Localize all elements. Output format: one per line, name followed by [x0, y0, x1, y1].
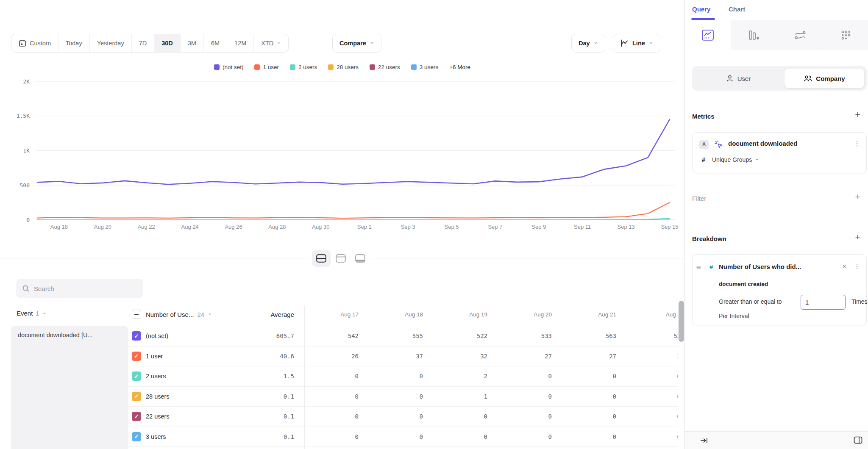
- cell-value: 32: [426, 353, 490, 360]
- panel-toggle-icon[interactable]: [854, 436, 862, 444]
- line-chart-icon: [620, 39, 629, 47]
- close-icon[interactable]: ✕: [842, 263, 847, 270]
- interval-dropdown[interactable]: Day ⌄: [571, 34, 605, 53]
- average-value: 605.7: [212, 333, 297, 339]
- cell-value: 0: [297, 433, 361, 440]
- breakdown-title[interactable]: Number of Users who did...: [719, 263, 821, 270]
- event-column-header[interactable]: Event 1 ⌄: [17, 310, 47, 317]
- chart-type-line-tab[interactable]: [685, 20, 731, 50]
- cell-value: 0: [297, 413, 361, 420]
- x-axis-tick: Aug 20: [94, 224, 111, 230]
- table-row[interactable]: ✓(not set)605.754255552253356353: [127, 326, 678, 346]
- measure-label: Unique Groups: [712, 156, 752, 163]
- series-checkbox[interactable]: ✓: [132, 412, 141, 421]
- add-breakdown-button[interactable]: +: [855, 233, 860, 242]
- x-axis-tick: Sep 3: [401, 224, 415, 230]
- range-label: Custom: [30, 40, 51, 47]
- range-30d[interactable]: 30D: [154, 34, 180, 52]
- range-yesterday[interactable]: Yesterday: [89, 34, 131, 52]
- series-line-2-users: [37, 219, 670, 220]
- series-column-header[interactable]: Number of Use... 24 ⌄: [146, 311, 212, 318]
- cell-value: 542: [297, 333, 361, 339]
- table-row[interactable]: ✓1 user40.626373227272: [127, 346, 678, 367]
- chart-type-dropdown[interactable]: Line ⌄: [613, 34, 660, 53]
- event-count: 1: [36, 310, 39, 317]
- range-label: 12M: [234, 40, 246, 47]
- table-scrollbar[interactable]: [679, 301, 684, 342]
- condition-value-input[interactable]: [801, 295, 846, 310]
- range-3m[interactable]: 3M: [180, 34, 203, 52]
- series-checkbox[interactable]: ✓: [132, 392, 141, 401]
- add-metric-button[interactable]: +: [855, 110, 860, 119]
- select-all-checkbox[interactable]: [132, 310, 141, 319]
- cell-value: 26: [297, 353, 361, 360]
- table-row[interactable]: ✓2 users1.5002000: [127, 366, 678, 387]
- condition-label[interactable]: Greater than or equal to: [719, 298, 782, 305]
- tab-query[interactable]: Query: [692, 6, 710, 13]
- series-checkbox[interactable]: ✓: [132, 371, 141, 381]
- series-line--not-set-: [37, 119, 670, 184]
- range-custom[interactable]: Custom: [11, 34, 58, 52]
- metric-menu-icon[interactable]: ⋮: [854, 140, 860, 147]
- layout-chart-view-icon[interactable]: [331, 250, 350, 267]
- chart-type-matrix-tab[interactable]: [823, 20, 868, 50]
- per-interval-label[interactable]: Per Interval: [719, 313, 749, 319]
- collapse-sidebar-icon[interactable]: [700, 437, 708, 444]
- range-6m[interactable]: 6M: [203, 34, 227, 52]
- chart-type-bar-tab[interactable]: [731, 20, 777, 50]
- metric-card[interactable]: A document downloaded ⋮ # Unique Groups …: [692, 132, 867, 173]
- cell-value: 37: [361, 353, 426, 360]
- metric-event-name[interactable]: document downloaded: [728, 140, 797, 147]
- compare-button[interactable]: Compare ⌄: [332, 34, 381, 53]
- chart-type-flow-tab[interactable]: [777, 20, 823, 50]
- entity-option-user[interactable]: User: [692, 66, 785, 91]
- drag-handle-icon[interactable]: ≡: [696, 263, 701, 271]
- date-column-header: Aug 2: [619, 311, 678, 318]
- add-filter-button[interactable]: +: [855, 192, 860, 202]
- range-7d[interactable]: 7D: [131, 34, 154, 52]
- cell-value: 0: [619, 393, 678, 400]
- range-label: Today: [66, 40, 82, 47]
- range-12m[interactable]: 12M: [227, 34, 253, 52]
- series-checkbox[interactable]: ✓: [132, 331, 141, 341]
- layout-table-view-icon[interactable]: [351, 250, 370, 267]
- range-today[interactable]: Today: [58, 34, 89, 52]
- search-input[interactable]: [34, 285, 131, 292]
- series-checkbox[interactable]: ✓: [132, 432, 141, 441]
- cell-value: 555: [361, 333, 426, 339]
- x-axis-tick: Aug 24: [181, 224, 199, 230]
- cell-value: 0: [554, 373, 619, 380]
- x-axis-tick: Sep 15: [661, 224, 678, 230]
- entity-option-company[interactable]: Company: [785, 66, 864, 91]
- average-column-header: Average: [212, 311, 297, 318]
- x-axis-tick: Aug 28: [268, 224, 286, 230]
- average-value: 0.1: [212, 413, 297, 420]
- search-icon: [22, 285, 30, 292]
- table-row[interactable]: ✓28 users0.1001000: [127, 387, 678, 407]
- measure-dropdown[interactable]: Unique Groups ⌄: [712, 156, 759, 163]
- layout-split-view-icon[interactable]: [312, 250, 331, 267]
- condition-unit-label: Times: [851, 298, 868, 305]
- average-value: 1.5: [212, 373, 297, 380]
- table-row[interactable]: ✓3 users0.1000000: [127, 427, 678, 447]
- breakdown-section-title: Breakdown: [692, 235, 726, 242]
- cell-value: 522: [426, 333, 490, 339]
- range-xtd[interactable]: XTD⌄: [253, 34, 288, 52]
- range-label: 7D: [139, 40, 147, 47]
- tab-chart[interactable]: Chart: [729, 6, 745, 13]
- series-checkbox[interactable]: ✓: [132, 352, 141, 361]
- cell-value: 2: [426, 373, 490, 380]
- breakdown-event-name[interactable]: document created: [719, 281, 768, 287]
- series-label: 1 user: [146, 353, 212, 360]
- series-label: (not set): [146, 333, 212, 339]
- chevron-down-icon: ⌄: [42, 310, 47, 315]
- chevron-down-icon: ⌄: [208, 310, 212, 316]
- x-axis-tick: Sep 5: [445, 224, 459, 230]
- cell-value: 0: [490, 373, 554, 380]
- breakdown-menu-icon[interactable]: ⋮: [854, 263, 860, 270]
- table-row[interactable]: ✓22 users0.1000000: [127, 407, 678, 427]
- breakdown-type-icon: #: [709, 263, 713, 270]
- series-label: 22 users: [146, 413, 212, 420]
- breakdown-card[interactable]: ≡ # Number of Users who did... ✕ ⋮ docum…: [692, 254, 867, 325]
- event-list-item[interactable]: document downloaded [U...: [11, 326, 128, 449]
